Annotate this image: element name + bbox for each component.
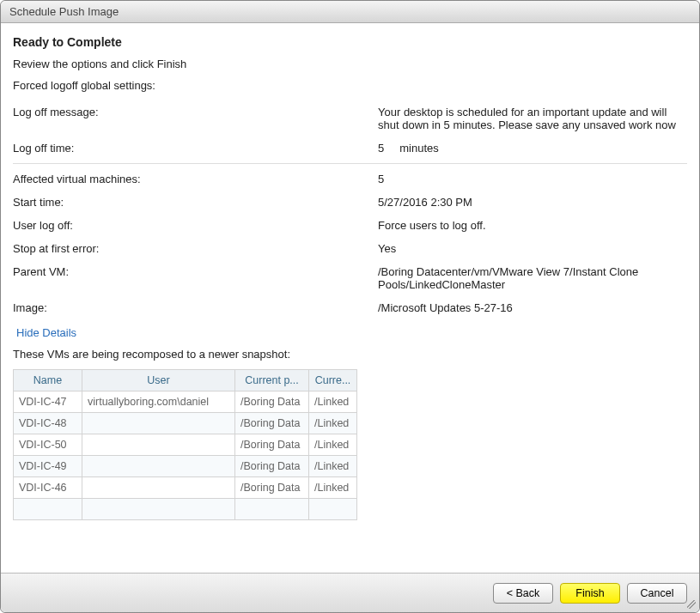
finish-button[interactable]: Finish [560, 583, 620, 604]
label-logoff-time: Log off time: [13, 142, 378, 155]
cell-currentImage: /Linked [309, 413, 357, 434]
window-titlebar[interactable]: Schedule Push Image [1, 1, 699, 23]
cell-currentParent: /Boring Data [235, 391, 309, 413]
table-row[interactable]: VDI-IC-48/Boring Data/Linked [14, 413, 357, 434]
cell-currentParent: /Boring Data [235, 434, 309, 456]
cell-currentParent: /Boring Data [235, 413, 309, 434]
label-stop-first-error: Stop at first error: [13, 242, 378, 255]
cancel-button[interactable]: Cancel [627, 583, 687, 604]
value-logoff-time-unit: minutes [399, 142, 439, 155]
table-row[interactable]: VDI-IC-47virtuallyboring.com\daniel/Bori… [14, 391, 357, 413]
row-parent-vm: Parent VM: /Boring Datacenter/vm/VMware … [13, 260, 687, 296]
row-image: Image: /Microsoft Updates 5-27-16 [13, 296, 687, 319]
label-logoff-message: Log off message: [13, 106, 378, 131]
table-row[interactable]: VDI-IC-50/Boring Data/Linked [14, 434, 357, 456]
dialog-footer: < Back Finish Cancel [1, 573, 699, 612]
table-row[interactable]: VDI-IC-46/Boring Data/Linked [14, 477, 357, 499]
value-logoff-time-number: 5 [378, 142, 384, 155]
col-current-parent-header[interactable]: Current p... [235, 370, 309, 391]
value-parent-vm: /Boring Datacenter/vm/VMware View 7/Inst… [378, 265, 687, 291]
label-image: Image: [13, 301, 378, 314]
cell-currentImage: /Linked [309, 434, 357, 456]
label-affected-vms: Affected virtual machines: [13, 173, 378, 185]
cell-currentParent: /Boring Data [235, 477, 309, 499]
back-button[interactable]: < Back [493, 583, 553, 604]
page-subheading: Review the options and click Finish [13, 58, 687, 70]
cell-name: VDI-IC-49 [14, 456, 82, 477]
col-name-header[interactable]: Name [14, 370, 82, 391]
cell-user [82, 413, 235, 434]
row-logoff-message: Log off message: Your desktop is schedul… [13, 100, 687, 137]
cell-currentImage: /Linked [309, 477, 357, 499]
value-user-logoff: Force users to log off. [378, 219, 687, 232]
window-title: Schedule Push Image [9, 5, 119, 18]
cell-currentParent: /Boring Data [235, 456, 309, 477]
cell-name: VDI-IC-46 [14, 477, 82, 499]
value-logoff-message: Your desktop is scheduled for an importa… [378, 106, 687, 131]
cell-user [82, 456, 235, 477]
value-image: /Microsoft Updates 5-27-16 [378, 301, 687, 314]
row-stop-first-error: Stop at first error: Yes [13, 237, 687, 260]
label-user-logoff: User log off: [13, 219, 378, 232]
cell-user: virtuallyboring.com\daniel [82, 391, 235, 413]
table-row[interactable]: VDI-IC-49/Boring Data/Linked [14, 456, 357, 477]
cell-name: VDI-IC-48 [14, 413, 82, 434]
row-affected-vms: Affected virtual machines: 5 [13, 167, 687, 191]
cell-name: VDI-IC-47 [14, 391, 82, 413]
value-stop-first-error: Yes [378, 242, 687, 255]
table-header-row: Name User Current p... Curre... [14, 370, 357, 391]
cell-name: VDI-IC-50 [14, 434, 82, 456]
cell-currentImage: /Linked [309, 391, 357, 413]
cell-currentImage: /Linked [309, 456, 357, 477]
row-user-logoff: User log off: Force users to log off. [13, 214, 687, 237]
value-start-time: 5/27/2016 2:30 PM [378, 196, 687, 209]
label-start-time: Start time: [13, 196, 378, 209]
table-row-empty [14, 499, 357, 520]
row-start-time: Start time: 5/27/2016 2:30 PM [13, 191, 687, 214]
table-caption: These VMs are being recomposed to a newe… [13, 348, 687, 361]
label-parent-vm: Parent VM: [13, 265, 378, 291]
hide-details-link[interactable]: Hide Details [13, 319, 687, 348]
cell-user [82, 434, 235, 456]
dialog-content: Ready to Complete Review the options and… [1, 23, 699, 573]
page-heading: Ready to Complete [13, 35, 687, 49]
col-user-header[interactable]: User [82, 370, 235, 391]
vm-table: Name User Current p... Curre... VDI-IC-4… [13, 369, 357, 520]
row-logoff-time: Log off time: 5 minutes [13, 137, 687, 164]
value-affected-vms: 5 [378, 173, 687, 185]
section-forced-logoff: Forced logoff global settings: [13, 79, 687, 92]
cell-user [82, 477, 235, 499]
col-current-image-header[interactable]: Curre... [309, 370, 357, 391]
